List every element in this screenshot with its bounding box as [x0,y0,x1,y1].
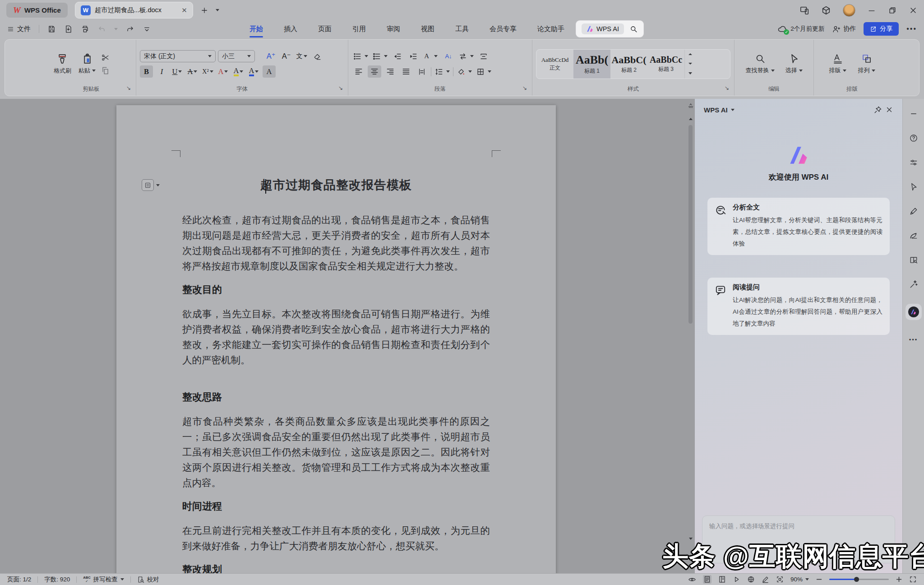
italic-button[interactable]: I [155,65,168,78]
group-expand-icon[interactable]: ↘ [338,84,343,93]
paragraph[interactable]: 经此次检查，超市有过期食品的出现，食品销售是超市之本，食品销售期出现问题是超市经… [182,213,490,274]
page-indicator[interactable]: 页面: 1/2 [7,576,31,584]
pin-icon[interactable] [873,106,882,114]
swap-button[interactable] [457,50,475,62]
word-count[interactable]: 字数: 920 [44,576,70,584]
align-left-button[interactable] [352,65,365,78]
tab-paper-assistant[interactable]: 论文助手 [537,25,564,33]
rail-more-icon[interactable]: ••• [909,335,918,344]
ai-panel-title[interactable]: WPS AI [704,106,728,114]
char-shading-button[interactable]: A [263,65,276,78]
strikethrough-button[interactable]: A [186,65,199,78]
font-color-button[interactable]: A [247,65,260,78]
superscript-button[interactable]: X² [201,65,214,78]
collaborate-button[interactable]: 协作 [832,25,856,33]
save-icon[interactable] [47,25,56,33]
bullet-list-button[interactable] [352,50,369,62]
find-replace-button[interactable]: 查找替换 [742,52,778,75]
group-expand-icon[interactable]: ↘ [522,84,527,93]
share-button[interactable]: 分享 [864,22,899,36]
print-icon[interactable] [81,25,89,33]
ai-card-ask[interactable]: 阅读提问 让AI解决您的问题，向AI提出和文章相关的任意问题，AI会通过文章的分… [707,278,890,335]
collapse-panel-icon[interactable] [910,109,918,118]
eye-protect-icon[interactable] [688,576,696,584]
increase-indent-button[interactable] [407,50,420,62]
wps-ai-rail-button[interactable] [906,304,922,320]
text-effects-button[interactable]: A [217,65,230,78]
show-marks-button[interactable] [477,50,490,62]
line-spacing-button[interactable] [434,65,451,78]
ai-card-analyze[interactable]: 分析全文 让AI帮您理解文章，分析关键词、主题和段落结构等元素，总结文章，提炼文… [707,198,890,255]
ai-question-input[interactable] [709,523,888,529]
group-expand-icon[interactable]: ↘ [126,84,131,93]
minimize-button[interactable] [867,6,876,15]
scrollbar-thumb[interactable] [688,125,693,324]
spellcheck-button[interactable]: ABC✓ 拼写检查 [83,576,124,584]
inkwell-icon[interactable] [909,231,918,240]
tab-home[interactable]: 开始 [249,25,263,33]
section-heading[interactable]: 整改思路 [182,390,490,404]
font-family-select[interactable]: 宋体 (正文) [140,50,216,62]
chevron-down-icon[interactable] [156,184,160,186]
shading-button[interactable] [456,65,473,78]
help-icon[interactable] [909,133,918,143]
ink-annotate-icon[interactable] [762,576,769,583]
align-right-button[interactable] [383,65,397,78]
style-gallery-scroll[interactable] [684,50,695,79]
undo-dropdown-icon[interactable] [114,28,118,30]
document-title[interactable]: 超市过期食品整改报告模板 [116,177,556,193]
shrink-font-button[interactable]: A⁻ [280,50,293,62]
zoom-slider[interactable] [829,579,889,580]
highlight-color-button[interactable]: A [232,65,245,78]
web-view-icon[interactable] [747,576,755,583]
redo-icon[interactable] [126,25,134,33]
tab-reference[interactable]: 引用 [352,25,366,33]
settings-sliders-icon[interactable] [909,158,918,167]
tab-close-icon[interactable]: ✕ [181,7,187,14]
magic-wand-icon[interactable] [909,279,918,289]
group-expand-icon[interactable]: ↘ [725,84,729,93]
justify-button[interactable] [399,65,413,78]
document-tab[interactable]: W 超市过期食品...板.docx ✕ [75,2,193,19]
cut-icon[interactable] [101,53,110,62]
document-page[interactable]: 超市过期食品整改报告模板 经此次检查，超市有过期食品的出现，食品销售是超市之本，… [116,105,556,573]
file-menu-button[interactable]: 文件 [7,25,31,33]
zoom-level[interactable]: 90% [790,576,809,583]
pen-tool-icon[interactable] [909,206,918,216]
paragraph[interactable]: 欲成事，当先立目标。本次整改将围绕食品可销售日期严格进行。为维护消费者权益，确保… [182,306,490,368]
pinyin-guide-button[interactable]: 文 [295,50,308,62]
more-options-icon[interactable]: ••• [906,25,917,33]
tab-tools[interactable]: 工具 [455,25,469,33]
style-heading3[interactable]: AaBbCc 标题 3 [647,50,684,79]
close-panel-icon[interactable] [885,106,893,114]
style-heading2[interactable]: AaBbC( 标题 2 [610,50,647,79]
zoom-out-button[interactable] [816,576,822,583]
close-window-button[interactable] [909,6,918,15]
distribute-button[interactable] [415,65,429,78]
vertical-scrollbar[interactable] [687,99,695,573]
arrange-button[interactable]: 排列 [855,52,879,75]
numbered-list-button[interactable] [371,50,388,62]
zoom-in-button[interactable] [896,576,902,583]
zoom-slider-knob[interactable] [854,577,859,582]
apps-cube-icon[interactable] [821,5,831,15]
customize-toolbar-icon[interactable] [143,25,151,33]
new-tab-button[interactable] [200,6,208,14]
scroll-up-arrow[interactable] [689,118,693,120]
restore-window-button[interactable] [888,6,897,15]
zoom-slider-track[interactable] [829,579,889,580]
font-size-select[interactable]: 小三 [218,50,255,62]
bold-button[interactable]: B [140,65,153,78]
proofread-button[interactable]: 校对 [137,576,159,584]
clear-format-icon[interactable] [310,50,324,62]
section-heading[interactable]: 时间进程 [182,500,490,513]
typeset-button[interactable]: 排版 [826,52,850,75]
outline-view-icon[interactable] [718,576,726,583]
sort-button[interactable]: A↓ [442,50,455,62]
ruler-toggle-icon[interactable] [688,102,694,109]
paste-button[interactable]: 粘贴 [75,52,99,76]
section-heading[interactable]: 整改规划 [182,563,490,573]
fullscreen-icon[interactable] [909,576,917,583]
fit-page-icon[interactable] [776,576,784,583]
tab-list-button[interactable] [216,9,219,11]
